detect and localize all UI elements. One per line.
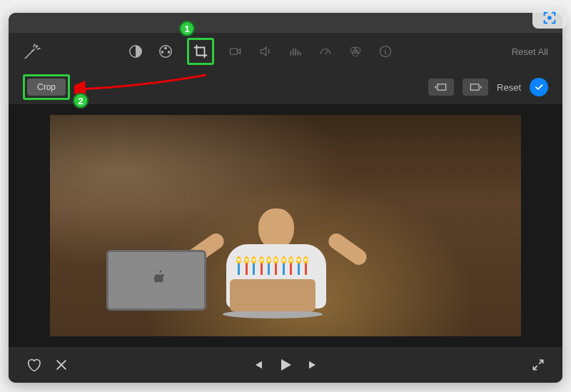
stabilization-button[interactable] bbox=[227, 43, 244, 60]
party-hat bbox=[266, 177, 289, 211]
crop-option-highlight: Crop bbox=[23, 74, 70, 100]
svg-point-3 bbox=[164, 47, 167, 50]
annotation-badge-2: 2 bbox=[73, 93, 89, 109]
crop-button[interactable] bbox=[192, 43, 209, 60]
center-playback-controls bbox=[251, 356, 320, 373]
birthday-cake bbox=[230, 279, 323, 318]
reject-button[interactable] bbox=[54, 357, 69, 373]
left-playback-controls bbox=[26, 357, 69, 373]
speed-button[interactable] bbox=[317, 43, 334, 60]
magic-wand-icon bbox=[23, 42, 41, 61]
reset-all-button[interactable]: Reset All bbox=[512, 46, 548, 57]
previous-button[interactable] bbox=[251, 358, 264, 371]
svg-rect-6 bbox=[231, 49, 238, 54]
capture-icon bbox=[542, 10, 557, 26]
rotate-cw-button[interactable] bbox=[463, 79, 488, 96]
rotate-cw-icon bbox=[468, 82, 482, 92]
crop-right-controls: Reset bbox=[428, 78, 548, 96]
equalizer-icon bbox=[288, 44, 303, 59]
color-wheel-button[interactable] bbox=[157, 43, 174, 60]
laptop-screen bbox=[106, 250, 206, 311]
video-preview-area bbox=[9, 104, 562, 347]
next-icon bbox=[307, 358, 320, 371]
color-balance-button[interactable] bbox=[347, 43, 364, 60]
laptop bbox=[106, 250, 213, 314]
svg-point-0 bbox=[547, 16, 552, 20]
equalizer-button[interactable] bbox=[287, 43, 304, 60]
volume-icon bbox=[258, 44, 273, 59]
next-button[interactable] bbox=[307, 358, 320, 371]
svg-rect-11 bbox=[438, 84, 446, 90]
play-icon bbox=[277, 356, 294, 373]
svg-point-5 bbox=[168, 51, 171, 54]
contrast-icon bbox=[128, 44, 143, 59]
rotate-ccw-button[interactable] bbox=[428, 79, 454, 96]
color-balance-icon bbox=[348, 44, 363, 59]
previous-icon bbox=[251, 358, 264, 371]
reset-button[interactable]: Reset bbox=[497, 82, 521, 93]
annotation-arrow bbox=[74, 71, 210, 107]
cake-body bbox=[230, 279, 315, 311]
crop-tool-highlight bbox=[187, 38, 214, 65]
right-playback-controls bbox=[531, 358, 545, 372]
window-titlebar bbox=[9, 13, 562, 33]
heart-icon bbox=[26, 357, 41, 373]
apple-logo-icon bbox=[154, 271, 166, 286]
video-frame[interactable] bbox=[50, 115, 521, 336]
svg-rect-12 bbox=[470, 84, 479, 90]
video-editor-window: Reset All Crop Reset bbox=[9, 13, 562, 383]
reject-icon bbox=[54, 358, 69, 372]
fullscreen-icon bbox=[531, 358, 545, 372]
checkmark-icon bbox=[534, 82, 544, 92]
adjustments-toolbar: Reset All bbox=[9, 33, 562, 70]
color-wheel-icon bbox=[158, 44, 173, 59]
info-button[interactable] bbox=[377, 43, 394, 60]
apply-button[interactable] bbox=[530, 78, 548, 96]
favorite-button[interactable] bbox=[26, 357, 41, 373]
playback-bar bbox=[9, 347, 562, 383]
screenshot-capture-badge bbox=[532, 7, 567, 29]
svg-point-4 bbox=[161, 51, 164, 54]
crop-option-button[interactable]: Crop bbox=[27, 79, 66, 96]
candles bbox=[230, 262, 315, 275]
rotate-ccw-icon bbox=[434, 82, 448, 92]
tool-icons-group bbox=[127, 38, 394, 65]
fullscreen-button[interactable] bbox=[531, 358, 545, 372]
annotation-badge-1: 1 bbox=[179, 21, 195, 36]
camera-icon bbox=[228, 44, 243, 59]
speedometer-icon bbox=[318, 44, 333, 59]
info-icon bbox=[378, 44, 393, 59]
contrast-button[interactable] bbox=[127, 43, 144, 60]
play-button[interactable] bbox=[277, 356, 294, 373]
crop-icon bbox=[193, 44, 208, 59]
magic-wand-button[interactable] bbox=[23, 42, 41, 61]
volume-button[interactable] bbox=[257, 43, 274, 60]
